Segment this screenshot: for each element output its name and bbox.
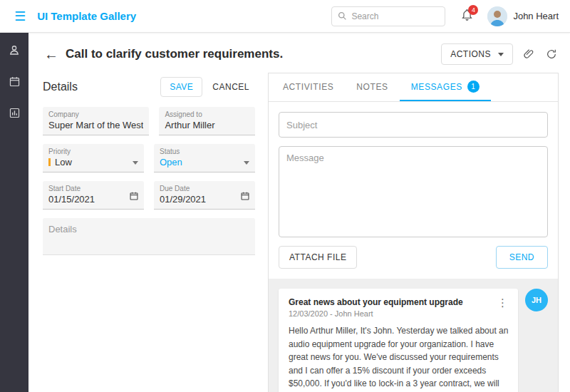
chevron-down-icon [133,161,138,165]
app-header: ☰ UI Template Gallery Search 4 John Hear… [0,0,570,33]
tab-activities[interactable]: ACTIVITIES [271,73,345,101]
menu-toggle-icon[interactable]: ☰ [9,6,31,27]
due-date-field[interactable]: Due Date 01/29/2021 [154,181,255,210]
tab-notes[interactable]: NOTES [345,73,399,101]
user-avatar[interactable] [487,6,507,26]
analytics-icon [9,107,21,119]
subject-input[interactable] [279,112,548,138]
search-placeholder: Search [351,11,378,21]
message-title: Great news about your equipment upgrade [289,297,463,307]
message-author-avatar: JH [525,289,548,311]
priority-label: Priority [48,148,138,155]
actions-button-label: ACTIONS [450,49,491,59]
messages-list: Great news about your equipment upgrade … [269,279,558,392]
contacts-icon [8,43,21,56]
app-body: ← Call to clarify customer requirements.… [0,33,570,392]
details-header: Details SAVE CANCEL [43,77,255,97]
main-content: ← Call to clarify customer requirements.… [28,33,570,392]
user-name[interactable]: John Heart [513,11,559,21]
priority-value: Low [55,157,72,167]
due-date-label: Due Date [160,185,249,192]
notifications-button[interactable]: 4 [461,9,473,24]
save-button[interactable]: SAVE [160,77,202,97]
page-title-row: ← Call to clarify customer requirements.… [43,40,559,68]
tab-messages[interactable]: MESSAGES 1 [400,73,491,101]
navigation-sidebar [0,33,28,392]
message-body: Hello Arthur Miller, It's John. Yesterda… [289,324,509,392]
details-textarea[interactable]: Details [43,218,255,255]
company-field[interactable]: Company Super Mart of the West [43,107,149,135]
company-value: Super Mart of the West [48,120,143,130]
due-date-value: 01/29/2021 [160,194,249,205]
content-columns: Details SAVE CANCEL Company Super Mart o… [43,73,559,392]
calendar-picker-icon[interactable] [240,191,250,204]
notification-count-badge: 4 [468,5,478,15]
assigned-to-value: Arthur Miller [165,120,249,130]
title-actions: ACTIONS [441,43,559,65]
back-button[interactable]: ← [43,46,66,63]
refresh-icon-button[interactable] [544,47,559,61]
activity-tabs-panel: ACTIVITIES NOTES MESSAGES 1 [268,73,559,392]
company-label: Company [48,110,143,118]
message-input[interactable] [279,146,548,237]
sidebar-item-contacts[interactable] [8,43,21,57]
calendar-icon [9,76,21,88]
message-meta: 12/03/2020 - John Heart [289,309,463,318]
search-input[interactable]: Search [331,6,445,26]
status-value: Open [160,157,249,167]
assigned-to-label: Assigned to [165,110,249,118]
chevron-down-icon [244,161,249,165]
sidebar-item-calendar[interactable] [9,74,21,88]
start-date-label: Start Date [48,185,138,192]
message-more-menu-icon[interactable]: ⋮ [496,297,509,308]
cancel-button[interactable]: CANCEL [207,78,255,96]
priority-select[interactable]: Priority Low [43,144,144,172]
details-panel: Details SAVE CANCEL Company Super Mart o… [43,73,255,392]
status-select[interactable]: Status Open [154,144,255,172]
chevron-down-icon [498,53,504,56]
start-date-value: 01/15/2021 [48,194,138,205]
paperclip-icon [523,48,534,60]
priority-color-bar [48,158,51,166]
user-avatar-image [487,6,507,26]
actions-button[interactable]: ACTIONS [441,43,513,65]
app-title: UI Template Gallery [37,10,136,22]
message-buttons-row: ATTACH FILE SEND [279,246,548,269]
tab-bar: ACTIVITIES NOTES MESSAGES 1 [269,73,558,102]
page-title: Call to clarify customer requirements. [66,47,283,61]
calendar-picker-icon[interactable] [129,191,139,204]
sidebar-item-analytics[interactable] [9,105,21,120]
assigned-to-field[interactable]: Assigned to Arthur Miller [159,107,255,135]
refresh-icon [546,48,557,60]
status-label: Status [160,148,249,155]
app-window: ☰ UI Template Gallery Search 4 John Hear… [0,0,570,392]
start-date-field[interactable]: Start Date 01/15/2021 [43,181,144,210]
attach-icon-button[interactable] [522,47,536,61]
attach-file-button[interactable]: ATTACH FILE [279,246,357,269]
messages-count-badge: 1 [467,81,480,93]
send-button[interactable]: SEND [496,246,548,269]
details-heading: Details [43,81,78,93]
message-card: Great news about your equipment upgrade … [279,289,518,392]
search-icon [338,11,347,21]
messages-tab-content: ATTACH FILE SEND Great news about your e… [269,102,558,392]
